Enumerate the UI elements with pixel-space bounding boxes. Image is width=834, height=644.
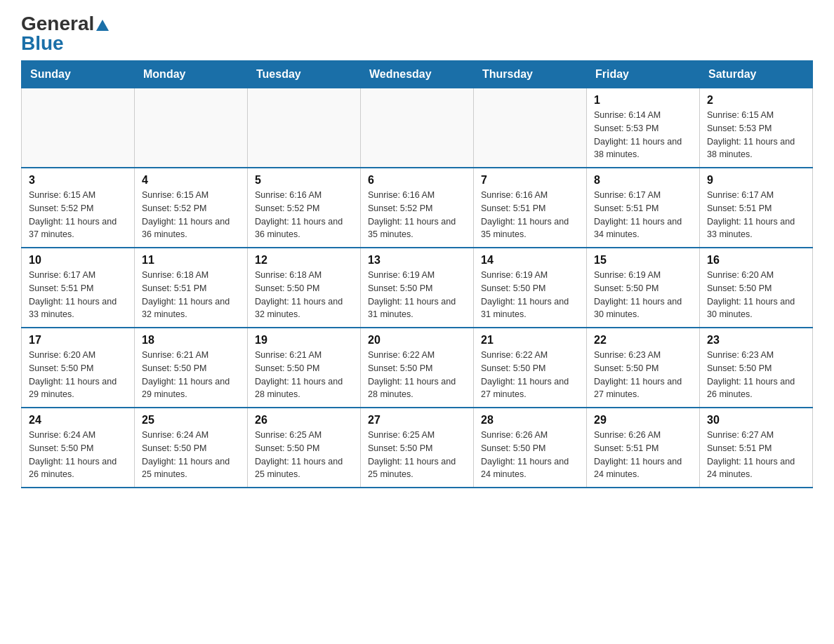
day-info: Sunrise: 6:15 AM Sunset: 5:52 PM Dayligh… [142, 189, 240, 241]
day-number: 2 [707, 94, 805, 107]
calendar-cell [135, 88, 248, 168]
day-info: Sunrise: 6:23 AM Sunset: 5:50 PM Dayligh… [707, 349, 805, 401]
day-info: Sunrise: 6:26 AM Sunset: 5:50 PM Dayligh… [481, 429, 579, 481]
logo-general-text: General [21, 14, 109, 34]
day-number: 10 [29, 254, 127, 267]
day-info: Sunrise: 6:21 AM Sunset: 5:50 PM Dayligh… [142, 349, 240, 401]
day-number: 24 [29, 414, 127, 427]
calendar-cell [22, 88, 135, 168]
day-info: Sunrise: 6:24 AM Sunset: 5:50 PM Dayligh… [142, 429, 240, 481]
calendar-cell: 27Sunrise: 6:25 AM Sunset: 5:50 PM Dayli… [361, 408, 474, 488]
calendar-cell: 25Sunrise: 6:24 AM Sunset: 5:50 PM Dayli… [135, 408, 248, 488]
day-number: 7 [481, 174, 579, 187]
day-info: Sunrise: 6:17 AM Sunset: 5:51 PM Dayligh… [707, 189, 805, 241]
day-number: 8 [594, 174, 692, 187]
day-info: Sunrise: 6:16 AM Sunset: 5:51 PM Dayligh… [481, 189, 579, 241]
day-number: 28 [481, 414, 579, 427]
calendar-cell: 15Sunrise: 6:19 AM Sunset: 5:50 PM Dayli… [587, 248, 700, 328]
day-info: Sunrise: 6:16 AM Sunset: 5:52 PM Dayligh… [368, 189, 466, 241]
day-info: Sunrise: 6:15 AM Sunset: 5:53 PM Dayligh… [707, 109, 805, 161]
day-info: Sunrise: 6:21 AM Sunset: 5:50 PM Dayligh… [255, 349, 353, 401]
calendar-cell: 4Sunrise: 6:15 AM Sunset: 5:52 PM Daylig… [135, 168, 248, 248]
day-info: Sunrise: 6:14 AM Sunset: 5:53 PM Dayligh… [594, 109, 692, 161]
day-number: 5 [255, 174, 353, 187]
day-info: Sunrise: 6:16 AM Sunset: 5:52 PM Dayligh… [255, 189, 353, 241]
day-number: 22 [594, 334, 692, 347]
calendar-cell: 22Sunrise: 6:23 AM Sunset: 5:50 PM Dayli… [587, 328, 700, 408]
day-info: Sunrise: 6:19 AM Sunset: 5:50 PM Dayligh… [481, 269, 579, 321]
day-number: 3 [29, 174, 127, 187]
day-info: Sunrise: 6:17 AM Sunset: 5:51 PM Dayligh… [594, 189, 692, 241]
calendar-week-row: 1Sunrise: 6:14 AM Sunset: 5:53 PM Daylig… [22, 88, 813, 168]
day-number: 11 [142, 254, 240, 267]
calendar-cell: 8Sunrise: 6:17 AM Sunset: 5:51 PM Daylig… [587, 168, 700, 248]
day-number: 18 [142, 334, 240, 347]
day-number: 1 [594, 94, 692, 107]
day-number: 9 [707, 174, 805, 187]
calendar-cell: 6Sunrise: 6:16 AM Sunset: 5:52 PM Daylig… [361, 168, 474, 248]
calendar-cell: 13Sunrise: 6:19 AM Sunset: 5:50 PM Dayli… [361, 248, 474, 328]
day-number: 25 [142, 414, 240, 427]
logo-blue-text: Blue [21, 34, 64, 53]
day-number: 17 [29, 334, 127, 347]
calendar-week-row: 24Sunrise: 6:24 AM Sunset: 5:50 PM Dayli… [22, 408, 813, 488]
day-info: Sunrise: 6:25 AM Sunset: 5:50 PM Dayligh… [255, 429, 353, 481]
day-info: Sunrise: 6:20 AM Sunset: 5:50 PM Dayligh… [29, 349, 127, 401]
calendar-cell: 12Sunrise: 6:18 AM Sunset: 5:50 PM Dayli… [248, 248, 361, 328]
calendar-cell: 30Sunrise: 6:27 AM Sunset: 5:51 PM Dayli… [700, 408, 813, 488]
day-number: 16 [707, 254, 805, 267]
calendar-cell: 19Sunrise: 6:21 AM Sunset: 5:50 PM Dayli… [248, 328, 361, 408]
calendar-cell: 24Sunrise: 6:24 AM Sunset: 5:50 PM Dayli… [22, 408, 135, 488]
calendar-cell: 3Sunrise: 6:15 AM Sunset: 5:52 PM Daylig… [22, 168, 135, 248]
day-info: Sunrise: 6:26 AM Sunset: 5:51 PM Dayligh… [594, 429, 692, 481]
calendar-week-row: 17Sunrise: 6:20 AM Sunset: 5:50 PM Dayli… [22, 328, 813, 408]
calendar-cell: 23Sunrise: 6:23 AM Sunset: 5:50 PM Dayli… [700, 328, 813, 408]
day-number: 19 [255, 334, 353, 347]
day-info: Sunrise: 6:18 AM Sunset: 5:51 PM Dayligh… [142, 269, 240, 321]
day-info: Sunrise: 6:27 AM Sunset: 5:51 PM Dayligh… [707, 429, 805, 481]
day-number: 21 [481, 334, 579, 347]
weekday-header-saturday: Saturday [700, 61, 813, 88]
weekday-header-wednesday: Wednesday [361, 61, 474, 88]
calendar-week-row: 10Sunrise: 6:17 AM Sunset: 5:51 PM Dayli… [22, 248, 813, 328]
calendar-cell [474, 88, 587, 168]
calendar-header-row: SundayMondayTuesdayWednesdayThursdayFrid… [22, 61, 813, 88]
calendar-cell: 10Sunrise: 6:17 AM Sunset: 5:51 PM Dayli… [22, 248, 135, 328]
day-info: Sunrise: 6:24 AM Sunset: 5:50 PM Dayligh… [29, 429, 127, 481]
day-info: Sunrise: 6:18 AM Sunset: 5:50 PM Dayligh… [255, 269, 353, 321]
calendar-cell: 17Sunrise: 6:20 AM Sunset: 5:50 PM Dayli… [22, 328, 135, 408]
weekday-header-tuesday: Tuesday [248, 61, 361, 88]
calendar-cell: 16Sunrise: 6:20 AM Sunset: 5:50 PM Dayli… [700, 248, 813, 328]
day-info: Sunrise: 6:19 AM Sunset: 5:50 PM Dayligh… [594, 269, 692, 321]
page-header: General Blue [21, 14, 813, 53]
calendar-cell: 5Sunrise: 6:16 AM Sunset: 5:52 PM Daylig… [248, 168, 361, 248]
calendar-cell: 14Sunrise: 6:19 AM Sunset: 5:50 PM Dayli… [474, 248, 587, 328]
calendar-cell: 18Sunrise: 6:21 AM Sunset: 5:50 PM Dayli… [135, 328, 248, 408]
calendar-cell: 26Sunrise: 6:25 AM Sunset: 5:50 PM Dayli… [248, 408, 361, 488]
day-info: Sunrise: 6:25 AM Sunset: 5:50 PM Dayligh… [368, 429, 466, 481]
day-number: 26 [255, 414, 353, 427]
calendar-cell: 11Sunrise: 6:18 AM Sunset: 5:51 PM Dayli… [135, 248, 248, 328]
day-number: 12 [255, 254, 353, 267]
day-number: 27 [368, 414, 466, 427]
day-info: Sunrise: 6:15 AM Sunset: 5:52 PM Dayligh… [29, 189, 127, 241]
day-number: 30 [707, 414, 805, 427]
day-info: Sunrise: 6:19 AM Sunset: 5:50 PM Dayligh… [368, 269, 466, 321]
calendar-cell [361, 88, 474, 168]
day-info: Sunrise: 6:22 AM Sunset: 5:50 PM Dayligh… [368, 349, 466, 401]
calendar-cell: 29Sunrise: 6:26 AM Sunset: 5:51 PM Dayli… [587, 408, 700, 488]
weekday-header-sunday: Sunday [22, 61, 135, 88]
day-info: Sunrise: 6:23 AM Sunset: 5:50 PM Dayligh… [594, 349, 692, 401]
logo: General Blue [21, 14, 109, 53]
calendar-cell: 21Sunrise: 6:22 AM Sunset: 5:50 PM Dayli… [474, 328, 587, 408]
day-info: Sunrise: 6:22 AM Sunset: 5:50 PM Dayligh… [481, 349, 579, 401]
weekday-header-friday: Friday [587, 61, 700, 88]
day-number: 4 [142, 174, 240, 187]
calendar-week-row: 3Sunrise: 6:15 AM Sunset: 5:52 PM Daylig… [22, 168, 813, 248]
day-number: 14 [481, 254, 579, 267]
weekday-header-monday: Monday [135, 61, 248, 88]
calendar-cell: 28Sunrise: 6:26 AM Sunset: 5:50 PM Dayli… [474, 408, 587, 488]
calendar-table: SundayMondayTuesdayWednesdayThursdayFrid… [21, 60, 813, 488]
day-info: Sunrise: 6:20 AM Sunset: 5:50 PM Dayligh… [707, 269, 805, 321]
day-number: 6 [368, 174, 466, 187]
